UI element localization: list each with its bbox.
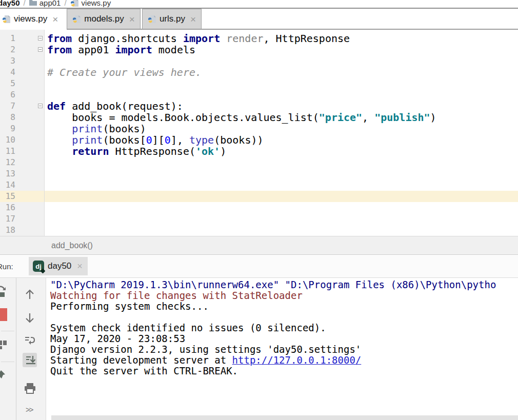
code-line[interactable]: 18 (0, 225, 518, 236)
close-icon[interactable]: × (129, 14, 135, 24)
fold-column (15, 55, 44, 67)
breadcrumb-separator: / (24, 0, 26, 7)
close-icon[interactable]: × (52, 14, 58, 24)
folder-icon (29, 0, 37, 6)
tab-models.py[interactable]: models.py× (67, 9, 141, 29)
code-text: def add_book(request): (47, 101, 183, 112)
code-line[interactable]: 8 books = models.Book.objects.values_lis… (0, 112, 518, 123)
run-console[interactable]: "D:\PyCharm 2019.1.3\bin\runnerw64.exe" … (46, 278, 518, 420)
code-line[interactable]: 17 (0, 213, 518, 225)
fold-marker-icon[interactable] (38, 47, 43, 52)
up-stack-icon[interactable] (24, 288, 36, 301)
code-editor[interactable]: 1from django.shortcuts import render, Ht… (0, 30, 518, 236)
breadcrumb-item-app01[interactable]: app01 (29, 0, 61, 7)
close-icon[interactable]: × (77, 262, 83, 271)
line-number: 5 (0, 78, 15, 89)
line-number: 3 (0, 55, 15, 67)
print-icon[interactable] (24, 382, 36, 395)
code-line[interactable]: 2from app01 import models (0, 44, 518, 55)
tab-views.py[interactable]: views.py× (0, 9, 65, 29)
more-chevrons[interactable]: >> (26, 405, 33, 414)
code-line[interactable]: 13 (0, 168, 518, 179)
code-line[interactable]: 15 (0, 191, 518, 202)
line-number: 4 (0, 67, 15, 78)
line-number: 12 (0, 157, 15, 168)
code-line[interactable]: 14 (0, 179, 518, 191)
fold-column (15, 146, 44, 157)
line-number: 16 (0, 202, 15, 213)
breadcrumb-item-day50[interactable]: day50 (0, 0, 20, 7)
run-tool-window: >> "D:\PyCharm 2019.1.3\bin\runnerw64.ex… (0, 278, 518, 420)
fold-column (15, 225, 44, 236)
run-tool-window-header: Run: dj day50 × (0, 255, 518, 278)
scope-label[interactable]: add_book() (51, 241, 93, 250)
stop-icon[interactable] (0, 308, 7, 321)
run-tab-label: day50 (48, 261, 71, 271)
horizontal-scrollbar[interactable] (51, 415, 518, 420)
tab-label: views.py (14, 14, 47, 24)
editor-tab-bar: views.py× models.py× urls.py× (0, 9, 518, 30)
code-text: print(books) (47, 123, 146, 134)
code-line[interactable]: 7def add_book(request): (0, 101, 518, 112)
code-line[interactable]: 10 print(books[0][0], type(books)) (0, 134, 518, 146)
line-number: 14 (0, 179, 15, 191)
fold-column (15, 67, 44, 78)
fold-column (15, 168, 44, 179)
fold-marker-icon[interactable] (38, 36, 43, 41)
code-text: books = models.Book.objects.values_list(… (47, 112, 436, 123)
server-url-link[interactable]: http://127.0.0.1:8000/ (232, 354, 362, 366)
fold-column (15, 101, 44, 112)
line-number: 1 (0, 33, 15, 44)
tab-urls.py[interactable]: urls.py× (142, 9, 202, 29)
fold-column (15, 44, 44, 55)
line-number: 15 (0, 191, 15, 202)
gutter-separator (44, 30, 45, 236)
code-text: from django.shortcuts import render, Htt… (47, 33, 350, 44)
line-number: 11 (0, 146, 15, 157)
code-line[interactable]: 16 (0, 202, 518, 213)
tab-label: urls.py (160, 14, 185, 24)
fold-column (15, 89, 44, 101)
line-number: 7 (0, 101, 15, 112)
toolbar-separator (1, 362, 14, 362)
console-line: Starting development server at http://12… (50, 355, 518, 366)
code-line[interactable]: 11 return HttpResponse('ok') (0, 146, 518, 157)
python-file-icon (2, 15, 11, 24)
line-number: 9 (0, 123, 15, 134)
code-line[interactable]: 6 (0, 89, 518, 101)
fold-column (15, 134, 44, 146)
run-label: Run: (0, 262, 15, 271)
run-tab-day50[interactable]: dj day50 × (29, 257, 88, 275)
breadcrumb-item-views.py[interactable]: views.py (70, 0, 111, 7)
tab-label: models.py (84, 14, 124, 24)
code-line[interactable]: 1from django.shortcuts import render, Ht… (0, 33, 518, 44)
code-line[interactable]: 9 print(books) (0, 123, 518, 134)
fold-column (15, 179, 44, 191)
code-line[interactable]: 5 (0, 78, 518, 89)
pin-tab-icon[interactable] (0, 368, 9, 384)
fold-column (15, 33, 44, 44)
rerun-icon[interactable] (0, 284, 8, 298)
line-number: 17 (0, 213, 15, 225)
fold-marker-icon[interactable] (38, 104, 43, 108)
console-line: Watching for file changes with StatReloa… (50, 290, 518, 301)
fold-column (15, 157, 44, 168)
code-text: print(books[0][0], type(books)) (47, 134, 264, 146)
close-icon[interactable]: × (190, 14, 196, 24)
console-line: Quit the server with CTRL-BREAK. (50, 366, 518, 376)
soft-wrap-icon[interactable] (24, 334, 36, 347)
scroll-to-end-icon[interactable] (25, 354, 37, 366)
python-file-icon (148, 15, 156, 24)
console-line: May 17, 2020 - 23:08:53 (50, 333, 518, 344)
code-line[interactable]: 3 (0, 55, 518, 67)
code-line[interactable]: 4# Create your views here. (0, 67, 518, 78)
code-line[interactable]: 12 (0, 157, 518, 168)
console-line: "D:\PyCharm 2019.1.3\bin\runnerw64.exe" … (50, 279, 518, 290)
restore-layout-icon[interactable] (0, 337, 8, 352)
breadcrumb: day50/ app01/ views.py (0, 0, 518, 9)
console-line: System check identified no issues (0 sil… (50, 323, 518, 333)
down-stack-icon[interactable] (24, 312, 36, 324)
editor-scope-breadcrumb[interactable]: add_book() (0, 236, 518, 255)
breadcrumb-label: day50 (0, 0, 20, 7)
console-line: Performing system checks... (50, 301, 518, 312)
